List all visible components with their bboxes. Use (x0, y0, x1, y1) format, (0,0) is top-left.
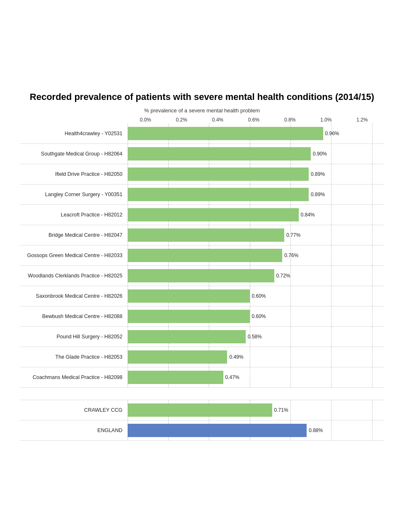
bar (128, 330, 246, 343)
bar-inner: 0.60% (128, 286, 266, 306)
bar-value-label: 0.60% (252, 313, 266, 319)
bar-value-label: 0.77% (286, 232, 300, 238)
bar-area: 0.89% (128, 185, 385, 204)
bar-row: Saxonbrook Medical Centre - H820260.60% (20, 286, 385, 306)
bar-inner: 0.77% (128, 225, 301, 245)
bar-inner: 0.47% (128, 367, 239, 387)
bar-area: 0.88% (128, 420, 385, 440)
bars-wrapper: Health4crawley - Y025310.96%Southgate Me… (20, 124, 385, 441)
bar-label: Bewbush Medical Centre - H82088 (20, 313, 128, 320)
bar-inner: 0.89% (128, 164, 325, 184)
bar-row: Bewbush Medical Centre - H820880.60% (20, 306, 385, 327)
x-axis-label: 0.2% (164, 117, 200, 123)
x-axis-label: 0.8% (272, 117, 308, 123)
bar-inner: 0.89% (128, 185, 325, 204)
bar-area: 0.84% (128, 205, 385, 225)
bar (128, 147, 311, 160)
bar (128, 168, 309, 181)
bar-label: Ifield Drive Practice - H82050 (20, 171, 128, 177)
bar-area: 0.76% (128, 245, 385, 265)
bar-row: Coachmans Medical Practice - H820980.47% (20, 367, 385, 388)
bar-value-label: 0.76% (284, 253, 298, 258)
bar-label: Coachmans Medical Practice - H82098 (20, 374, 128, 381)
bar-area: 0.90% (128, 144, 385, 164)
chart-area: 0.0%0.2%0.4%0.6%0.8%1.0%1.2% Health4craw… (20, 117, 385, 441)
bar-area: 0.89% (128, 164, 385, 184)
bar-value-label: 0.96% (325, 131, 339, 136)
bar-inner: 0.88% (128, 420, 323, 440)
bar-label: ENGLAND (20, 427, 128, 434)
x-axis-label: 0.4% (200, 117, 236, 123)
bar-area: 0.60% (128, 306, 385, 326)
bar-row: CRAWLEY CCG0.71% (20, 400, 385, 420)
bar (128, 350, 227, 364)
x-axis-label: 1.0% (308, 117, 344, 123)
bar-value-label: 0.49% (229, 354, 243, 360)
bar-row: Bridge Medical Centre - H820470.77% (20, 225, 385, 245)
bar-inner: 0.72% (128, 266, 290, 286)
bar-value-label: 0.88% (309, 428, 323, 433)
bar-label: Langley Corner Surgery - Y00351 (20, 191, 128, 198)
bar-label: Gossops Green Medical Centre - H82033 (20, 252, 128, 259)
x-axis-labels: 0.0%0.2%0.4%0.6%0.8%1.0%1.2% (128, 117, 380, 123)
bar (128, 371, 223, 384)
bar-area: 0.96% (128, 124, 385, 143)
bar-label: CRAWLEY CCG (20, 407, 128, 413)
x-axis-label: 0.6% (236, 117, 272, 123)
bar-label: Pound Hill Surgery - H82052 (20, 333, 128, 340)
bar-area: 0.58% (128, 327, 385, 347)
bar-area: 0.47% (128, 367, 385, 387)
bar-value-label: 0.60% (252, 293, 266, 299)
bar (128, 249, 283, 262)
bar-row: Health4crawley - Y025310.96% (20, 124, 385, 144)
bar-inner: 0.60% (128, 306, 266, 326)
bar-inner: 0.71% (128, 400, 288, 420)
bar-value-label: 0.71% (274, 407, 288, 413)
bar-row: Woodlands Clerklands Practice - H820250.… (20, 266, 385, 286)
bar-area: 0.71% (128, 400, 385, 420)
bar-row: Leacroft Practice - H820120.84% (20, 205, 385, 225)
chart-title: Recorded prevalence of patients with sev… (20, 91, 385, 103)
bar-label: Saxonbrook Medical Centre - H82026 (20, 293, 128, 299)
bar (128, 127, 323, 140)
bar-area: 0.72% (128, 266, 385, 286)
bar-row: Pound Hill Surgery - H820520.58% (20, 327, 385, 347)
chart-gap (20, 388, 385, 400)
bar-inner: 0.84% (128, 205, 315, 225)
x-axis-label: 0.0% (128, 117, 164, 123)
bar-value-label: 0.84% (301, 212, 315, 218)
x-axis-label: 1.2% (344, 117, 380, 123)
bar (128, 310, 250, 323)
bar-row: Gossops Green Medical Centre - H820330.7… (20, 245, 385, 266)
bar-label: Woodlands Clerklands Practice - H82025 (20, 272, 128, 279)
bar-area: 0.77% (128, 225, 385, 245)
bar-value-label: 0.89% (311, 192, 325, 197)
chart-subtitle: % prevalence of a severe mental health p… (20, 107, 385, 114)
bar-value-label: 0.72% (276, 273, 290, 279)
bar-value-label: 0.90% (313, 151, 327, 157)
bar-value-label: 0.47% (225, 374, 239, 380)
bar (128, 424, 307, 437)
bar-label: Health4crawley - Y02531 (20, 130, 128, 137)
bar-row: The Glade Practice - H820530.49% (20, 347, 385, 367)
bar-row: Ifield Drive Practice - H820500.89% (20, 164, 385, 185)
bar-area: 0.49% (128, 347, 385, 367)
bar (128, 403, 272, 417)
bar (128, 269, 274, 282)
bar-label: Bridge Medical Centre - H82047 (20, 232, 128, 238)
bar-value-label: 0.89% (311, 171, 325, 177)
bar-inner: 0.96% (128, 124, 339, 143)
bar-inner: 0.76% (128, 245, 299, 265)
bar (128, 188, 309, 201)
bar-row: ENGLAND0.88% (20, 420, 385, 441)
bar (128, 289, 250, 303)
bar (128, 208, 299, 221)
bar-row: Langley Corner Surgery - Y003510.89% (20, 185, 385, 205)
bar-inner: 0.90% (128, 144, 327, 164)
bar-inner: 0.58% (128, 327, 262, 347)
bar-inner: 0.49% (128, 347, 244, 367)
chart-container: Recorded prevalence of patients with sev… (12, 79, 393, 453)
bar-value-label: 0.58% (248, 334, 262, 340)
bar-row: Southgate Medical Group - H820640.90% (20, 144, 385, 164)
bar-area: 0.60% (128, 286, 385, 306)
